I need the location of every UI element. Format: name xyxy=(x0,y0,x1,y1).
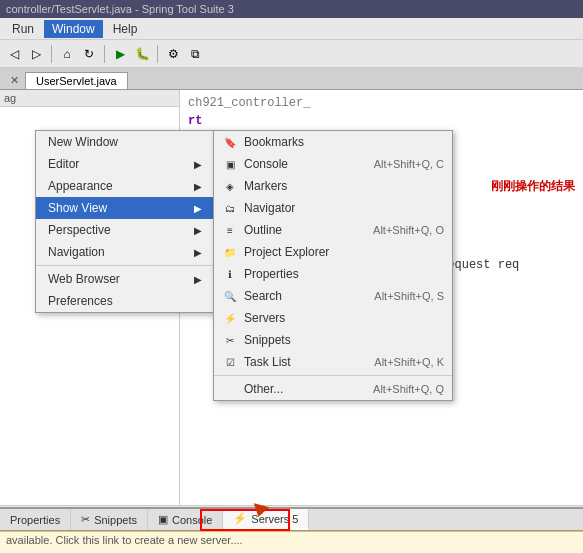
toolbar: ◁ ▷ ⌂ ↻ ▶ 🐛 ⚙ ⧉ xyxy=(0,40,583,68)
outline-icon: ≡ xyxy=(222,222,238,238)
shortcut-text: Alt+Shift+Q, S xyxy=(374,290,444,302)
submenu-divider xyxy=(214,375,452,376)
other-icon xyxy=(222,381,238,397)
toolbar-debug-btn[interactable]: 🐛 xyxy=(132,44,152,64)
bottom-tab-servers[interactable]: ⚡ Servers 5 xyxy=(223,509,309,530)
submenu-console[interactable]: ▣ Console Alt+Shift+Q, C xyxy=(214,153,452,175)
toolbar-refresh-btn[interactable]: ↻ xyxy=(79,44,99,64)
submenu-label: Markers xyxy=(244,179,287,193)
code-line-2: rt xyxy=(188,112,575,130)
frame-label-ag: ag xyxy=(4,92,16,104)
menu-item-appearance[interactable]: Appearance ▶ xyxy=(36,175,214,197)
arrow-icon: ▶ xyxy=(194,274,202,285)
submenu-label: Other... xyxy=(244,382,283,396)
console-icon: ▣ xyxy=(222,156,238,172)
menu-divider xyxy=(36,265,214,266)
submenu-bookmarks[interactable]: 🔖 Bookmarks xyxy=(214,131,452,153)
submenu-label: Bookmarks xyxy=(244,135,304,149)
properties-icon: ℹ xyxy=(222,266,238,282)
servers-tab-icon: ⚡ xyxy=(233,512,247,525)
arrow-icon: ▶ xyxy=(194,225,202,236)
window-menu-dropdown[interactable]: New Window Editor ▶ Appearance ▶ Show Vi… xyxy=(35,130,215,313)
title-bar: controller/TestServlet.java - Spring Too… xyxy=(0,0,583,18)
title-text: controller/TestServlet.java - Spring Too… xyxy=(6,3,234,15)
toolbar-sep-3 xyxy=(157,45,158,63)
submenu-project-explorer[interactable]: 📁 Project Explorer xyxy=(214,241,452,263)
project-icon: 📁 xyxy=(222,244,238,260)
submenu-label: Project Explorer xyxy=(244,245,329,259)
menu-item-show-view[interactable]: Show View ▶ xyxy=(36,197,214,219)
menu-run[interactable]: Run xyxy=(4,20,42,38)
menu-item-perspective[interactable]: Perspective ▶ xyxy=(36,219,214,241)
toolbar-perspectives-btn[interactable]: ⧉ xyxy=(185,44,205,64)
shortcut-text: Alt+Shift+Q, K xyxy=(374,356,444,368)
arrow-icon: ▶ xyxy=(194,203,202,214)
menu-item-label: Editor xyxy=(48,157,79,171)
menu-item-label: Perspective xyxy=(48,223,111,237)
toolbar-back-btn[interactable]: ◁ xyxy=(4,44,24,64)
console-tab-label: Console xyxy=(172,514,212,526)
submenu-other[interactable]: Other... Alt+Shift+Q, Q xyxy=(214,378,452,400)
submenu-markers[interactable]: ◈ Markers xyxy=(214,175,452,197)
shortcut-text: Alt+Shift+Q, O xyxy=(373,224,444,236)
sidebar-frame-label: ag xyxy=(0,90,179,107)
bottom-tab-console[interactable]: ▣ Console xyxy=(148,509,223,530)
menu-item-editor[interactable]: Editor ▶ xyxy=(36,153,214,175)
menu-item-label: Appearance xyxy=(48,179,113,193)
arrow-icon: ▶ xyxy=(194,159,202,170)
bottom-panel: Properties ✂ Snippets ▣ Console ⚡ Server… xyxy=(0,507,583,553)
shortcut-text: Alt+Shift+Q, C xyxy=(374,158,444,170)
search-icon: 🔍 xyxy=(222,288,238,304)
bottom-tab-properties[interactable]: Properties xyxy=(0,509,71,530)
menu-item-web-browser[interactable]: Web Browser ▶ xyxy=(36,268,214,290)
toolbar-sep-2 xyxy=(104,45,105,63)
submenu-label: Properties xyxy=(244,267,299,281)
submenu-label: Console xyxy=(244,157,288,171)
submenu-label: Servers xyxy=(244,311,285,325)
properties-tab-label: Properties xyxy=(10,514,60,526)
main-area: ag ch921_controller_ rt Servlet implemen… xyxy=(0,90,583,505)
submenu-label: Outline xyxy=(244,223,282,237)
bottom-tab-bar: Properties ✂ Snippets ▣ Console ⚡ Server… xyxy=(0,509,583,531)
snippets-tab-icon: ✂ xyxy=(81,513,90,526)
menu-item-new-window[interactable]: New Window xyxy=(36,131,214,153)
task-icon: ☑ xyxy=(222,354,238,370)
menu-item-label: Show View xyxy=(48,201,107,215)
arrow-icon: ▶ xyxy=(194,181,202,192)
submenu-servers[interactable]: ⚡ Servers xyxy=(214,307,452,329)
snippets-tab-label: Snippets xyxy=(94,514,137,526)
submenu-search[interactable]: 🔍 Search Alt+Shift+Q, S xyxy=(214,285,452,307)
submenu-outline[interactable]: ≡ Outline Alt+Shift+Q, O xyxy=(214,219,452,241)
submenu-task-list[interactable]: ☑ Task List Alt+Shift+Q, K xyxy=(214,351,452,373)
show-view-submenu[interactable]: 🔖 Bookmarks ▣ Console Alt+Shift+Q, C ◈ M… xyxy=(213,130,453,401)
editor-x-label: ✕ xyxy=(4,72,25,89)
menu-item-label: Preferences xyxy=(48,294,113,308)
bottom-content-text: available. Click this link to create a n… xyxy=(6,534,243,546)
servers-icon: ⚡ xyxy=(222,310,238,326)
menu-help[interactable]: Help xyxy=(105,20,146,38)
servers-tab-label: Servers 5 xyxy=(251,513,298,525)
toolbar-run-btn[interactable]: ▶ xyxy=(110,44,130,64)
submenu-label: Snippets xyxy=(244,333,291,347)
submenu-properties[interactable]: ℹ Properties xyxy=(214,263,452,285)
submenu-snippets[interactable]: ✂ Snippets xyxy=(214,329,452,351)
snippets-icon: ✂ xyxy=(222,332,238,348)
toolbar-settings-btn[interactable]: ⚙ xyxy=(163,44,183,64)
menu-item-label: Navigation xyxy=(48,245,105,259)
bottom-content-area: available. Click this link to create a n… xyxy=(0,531,583,553)
submenu-navigator[interactable]: 🗂 Navigator xyxy=(214,197,452,219)
bookmarks-icon: 🔖 xyxy=(222,134,238,150)
bottom-tab-snippets[interactable]: ✂ Snippets xyxy=(71,509,148,530)
toolbar-home-btn[interactable]: ⌂ xyxy=(57,44,77,64)
menu-item-label: New Window xyxy=(48,135,118,149)
menu-item-label: Web Browser xyxy=(48,272,120,286)
toolbar-sep-1 xyxy=(51,45,52,63)
menu-window[interactable]: Window xyxy=(44,20,103,38)
editor-tab-bar: ✕ UserServlet.java xyxy=(0,68,583,90)
menu-item-preferences[interactable]: Preferences xyxy=(36,290,214,312)
toolbar-forward-btn[interactable]: ▷ xyxy=(26,44,46,64)
submenu-label: Task List xyxy=(244,355,291,369)
submenu-label: Search xyxy=(244,289,282,303)
editor-tab-userservlet[interactable]: UserServlet.java xyxy=(25,72,128,89)
menu-item-navigation[interactable]: Navigation ▶ xyxy=(36,241,214,263)
